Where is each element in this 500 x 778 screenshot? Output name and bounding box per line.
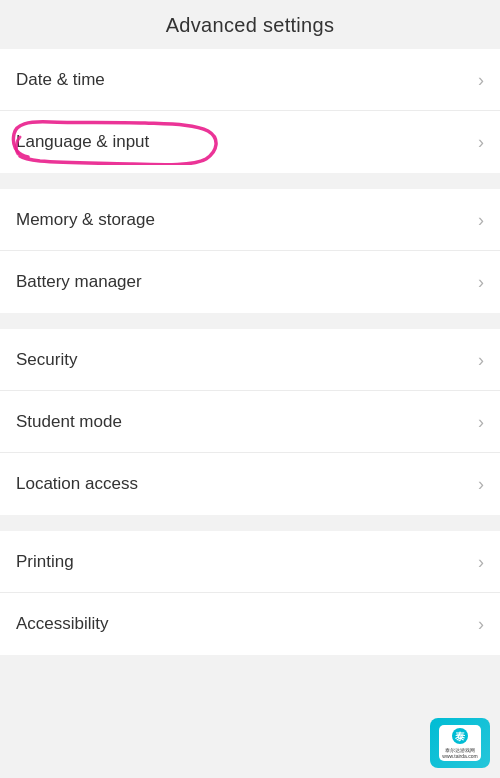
spacer-3 [0, 523, 500, 531]
chevron-icon: › [478, 133, 484, 151]
chevron-icon: › [478, 413, 484, 431]
page-title: Advanced settings [166, 14, 335, 36]
chevron-icon: › [478, 211, 484, 229]
printing-label: Printing [16, 552, 74, 572]
settings-item-memory-storage[interactable]: Memory & storage › [0, 189, 500, 251]
chevron-icon: › [478, 553, 484, 571]
settings-item-date-time[interactable]: Date & time › [0, 49, 500, 111]
settings-item-language-input[interactable]: Language & input › [0, 111, 500, 173]
settings-group-3: Security › Student mode › Location acces… [0, 329, 500, 515]
page-header: Advanced settings [0, 0, 500, 49]
settings-item-accessibility[interactable]: Accessibility › [0, 593, 500, 655]
chevron-icon: › [478, 71, 484, 89]
watermark-inner: 泰 泰尔达游戏网 www.tairda.com [439, 725, 481, 761]
spacer-2 [0, 321, 500, 329]
chevron-icon: › [478, 475, 484, 493]
settings-item-printing[interactable]: Printing › [0, 531, 500, 593]
battery-manager-label: Battery manager [16, 272, 142, 292]
chevron-icon: › [478, 273, 484, 291]
spacer-1 [0, 181, 500, 189]
watermark-logo: 泰 [451, 727, 469, 745]
student-mode-label: Student mode [16, 412, 122, 432]
settings-group-4: Printing › Accessibility › [0, 531, 500, 655]
settings-item-student-mode[interactable]: Student mode › [0, 391, 500, 453]
chevron-icon: › [478, 615, 484, 633]
settings-item-battery-manager[interactable]: Battery manager › [0, 251, 500, 313]
language-input-label: Language & input [16, 132, 149, 152]
security-label: Security [16, 350, 77, 370]
accessibility-label: Accessibility [16, 614, 109, 634]
settings-group-2: Memory & storage › Battery manager › [0, 189, 500, 313]
chevron-icon: › [478, 351, 484, 369]
location-access-label: Location access [16, 474, 138, 494]
memory-storage-label: Memory & storage [16, 210, 155, 230]
watermark-badge: 泰 泰尔达游戏网 www.tairda.com [430, 718, 490, 768]
watermark-text: 泰尔达游戏网 www.tairda.com [442, 747, 477, 760]
svg-text:泰: 泰 [455, 731, 466, 742]
date-time-label: Date & time [16, 70, 105, 90]
settings-item-location-access[interactable]: Location access › [0, 453, 500, 515]
settings-item-security[interactable]: Security › [0, 329, 500, 391]
settings-group-1: Date & time › Language & input › [0, 49, 500, 173]
